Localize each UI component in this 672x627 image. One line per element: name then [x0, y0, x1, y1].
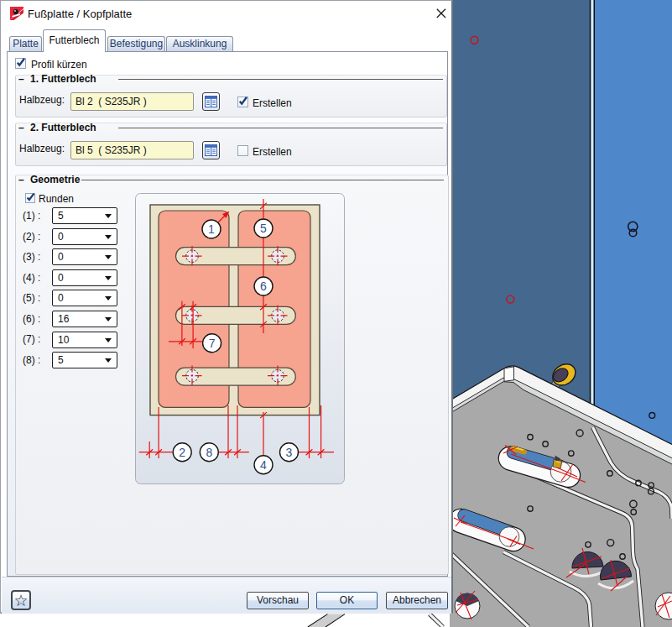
- svg-text:3: 3: [286, 446, 293, 459]
- svg-text:6: 6: [260, 280, 267, 293]
- svg-text:7: 7: [209, 337, 216, 350]
- svg-text:4: 4: [260, 458, 267, 472]
- svg-text:5: 5: [260, 222, 267, 235]
- svg-text:2: 2: [179, 446, 185, 459]
- svg-text:1: 1: [208, 222, 215, 236]
- svg-text:8: 8: [206, 446, 212, 459]
